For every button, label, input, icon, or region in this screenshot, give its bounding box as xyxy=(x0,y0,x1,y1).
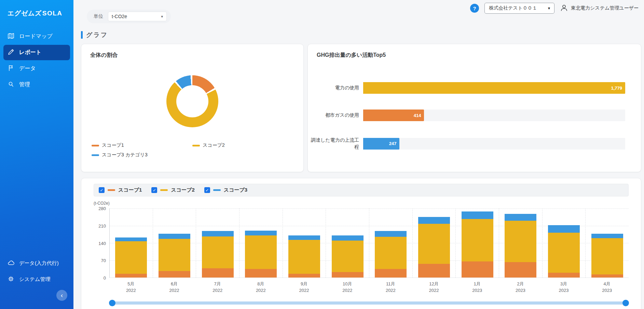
month-label: 10月 xyxy=(326,281,369,287)
x-axis-label: 2月2023 xyxy=(499,281,542,294)
legend-label: スコープ3 カテゴリ3 xyxy=(102,152,148,158)
year-label: 2022 xyxy=(412,287,456,294)
legend-label: スコープ1 xyxy=(102,142,124,149)
legend-label: スコープ3 xyxy=(224,187,247,193)
bar-segment xyxy=(332,235,364,240)
x-axis-label: 7月2022 xyxy=(196,281,239,294)
donut-chart xyxy=(166,75,218,127)
month-column xyxy=(283,208,326,278)
sidebar-item-label: レポート xyxy=(19,49,41,56)
help-icon[interactable]: ? xyxy=(470,4,479,13)
stacked-bar xyxy=(115,208,147,278)
plot-area xyxy=(109,208,629,278)
legend-label: スコープ2 xyxy=(171,187,194,193)
sidebar-item-system-admin[interactable]: システム管理 xyxy=(3,272,70,287)
x-axis-label: 12月2022 xyxy=(412,281,456,294)
bar-segment xyxy=(375,269,407,278)
bar-segment xyxy=(548,225,580,233)
page-title: グラフ xyxy=(86,31,108,39)
year-label: 2022 xyxy=(109,287,153,294)
sidebar-nav: ロードマップ レポート データ 管理 xyxy=(0,29,73,92)
unit-selector-group: 単位 t-CO2e ▾ xyxy=(87,10,171,23)
year-label: 2023 xyxy=(585,287,629,294)
cards-row: 全体の割合 スコープ1スコープ2スコープ3 カテゴリ3 GHG排出量の多い活動T… xyxy=(73,44,644,172)
slider-handle-left[interactable] xyxy=(109,300,115,306)
bar-segment xyxy=(418,217,450,224)
sidebar-item-data[interactable]: データ xyxy=(3,61,70,76)
app-logo-en: SOLA xyxy=(42,10,63,17)
checkbox-checked-icon[interactable]: ✓ xyxy=(204,187,210,193)
unit-label: 単位 xyxy=(94,13,103,20)
bar-label: 調達した電力の上流工程 xyxy=(308,137,363,150)
bar-segment xyxy=(245,235,277,269)
legend-checkbox-item[interactable]: ✓スコープ1 xyxy=(99,187,142,193)
flag-icon xyxy=(8,65,14,73)
month-column xyxy=(326,208,369,278)
x-axis-label: 8月2022 xyxy=(239,281,283,294)
sidebar-item-report[interactable]: レポート xyxy=(3,45,70,60)
bar-value: 1,779 xyxy=(611,86,622,91)
donut-hole xyxy=(176,85,208,117)
bar-label: 電力の使用 xyxy=(308,85,363,91)
ghg-top5-card: GHG排出量の多い活動Top5 電力の使用1,779都市ガスの使用414調達した… xyxy=(307,44,641,172)
unit-select[interactable]: t-CO2e ▾ xyxy=(108,12,167,21)
month-label: 4月 xyxy=(585,281,629,287)
chevron-left-icon: ‹ xyxy=(61,292,63,299)
legend-swatch xyxy=(213,189,221,191)
slider-handle-right[interactable] xyxy=(622,300,629,306)
sidebar-item-roadmap[interactable]: ロードマップ xyxy=(3,29,70,44)
user-menu[interactable]: 東北電力システム管理ユーザー xyxy=(560,4,639,13)
bar-value: 247 xyxy=(389,141,397,146)
slider-track[interactable] xyxy=(112,301,626,305)
stacked-bar xyxy=(591,208,623,278)
card-title: GHG排出量の多い活動Top5 xyxy=(308,44,641,59)
x-axis-label: 5月2022 xyxy=(109,281,153,294)
year-label: 2022 xyxy=(196,287,239,294)
stacked-bar xyxy=(288,208,320,278)
month-column xyxy=(239,208,283,278)
y-axis-tick: 0 xyxy=(104,275,106,281)
legend-swatch xyxy=(108,189,115,191)
bar: 1,779 xyxy=(363,82,625,94)
month-label: 6月 xyxy=(153,281,196,287)
month-label: 9月 xyxy=(283,281,326,287)
year-label: 2022 xyxy=(239,287,283,294)
sidebar-collapse-button[interactable]: ‹ xyxy=(56,290,67,301)
checkbox-checked-icon[interactable]: ✓ xyxy=(151,187,157,193)
donut-wrap xyxy=(81,75,303,127)
user-name: 東北電力システム管理ユーザー xyxy=(571,5,639,11)
legend-checkbox-item[interactable]: ✓スコープ3 xyxy=(204,187,247,193)
checkbox-checked-icon[interactable]: ✓ xyxy=(99,187,105,193)
sidebar-footer: データ(入力代行) システム管理 xyxy=(0,255,73,288)
stacked-bar xyxy=(548,208,580,278)
stacked-bar xyxy=(462,208,493,278)
month-column xyxy=(412,208,456,278)
company-select[interactable]: 株式会社テスト００１ ▾ xyxy=(484,3,554,14)
bar-segment xyxy=(245,269,277,278)
bar-segment xyxy=(548,273,580,278)
bar-segment xyxy=(202,268,234,278)
sidebar-item-admin[interactable]: 管理 xyxy=(3,77,70,92)
bar-segment xyxy=(505,214,536,221)
bar-value: 414 xyxy=(414,113,421,118)
stacked-bar xyxy=(159,208,190,278)
x-axis-label: 10月2022 xyxy=(326,281,369,294)
bar-segment xyxy=(418,264,450,278)
legend-swatch xyxy=(192,145,200,146)
x-axis-label: 9月2022 xyxy=(283,281,326,294)
legend-checkbox-item[interactable]: ✓スコープ2 xyxy=(151,187,194,193)
month-label: 12月 xyxy=(412,281,456,287)
bar-segment xyxy=(115,274,147,278)
bar-track: 1,779 xyxy=(363,82,625,94)
donut-legend: スコープ1スコープ2スコープ3 カテゴリ3 xyxy=(81,127,303,158)
year-label: 2022 xyxy=(369,287,412,294)
x-axis-label: 3月2023 xyxy=(542,281,586,294)
bar-segment xyxy=(332,272,364,278)
legend-item: スコープ3 カテゴリ3 xyxy=(92,152,192,158)
bar-segment xyxy=(332,241,364,272)
overall-ratio-card: 全体の割合 スコープ1スコープ2スコープ3 カテゴリ3 xyxy=(81,44,304,172)
map-icon xyxy=(8,33,14,41)
x-axis-labels: 5月20226月20227月20228月20229月202210月202211月… xyxy=(109,281,629,294)
section-header: グラフ xyxy=(81,31,644,39)
sidebar-item-data-proxy[interactable]: データ(入力代行) xyxy=(3,256,70,271)
